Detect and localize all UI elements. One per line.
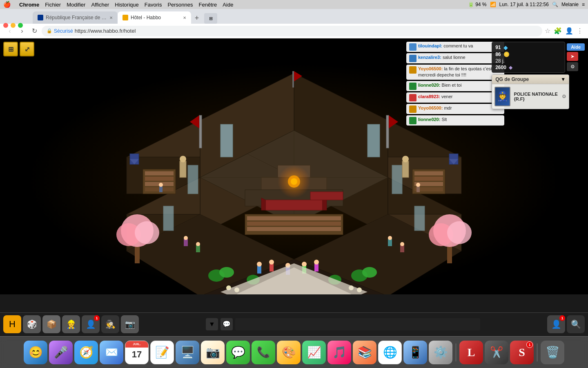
dock-sketchbook[interactable]: S 1 bbox=[510, 341, 534, 364]
svg-point-58 bbox=[196, 242, 200, 246]
tab-favicon-2 bbox=[122, 15, 128, 20]
hud-settings-button[interactable]: ⚙ bbox=[567, 62, 578, 71]
dock-messages[interactable]: 💬 bbox=[226, 341, 250, 364]
safari-icon: 🧭 bbox=[79, 346, 94, 359]
tab-close-2[interactable]: ✕ bbox=[183, 16, 186, 20]
taskbar-habbo-icon[interactable]: H bbox=[3, 315, 21, 333]
svg-point-96 bbox=[135, 221, 159, 244]
aide-button[interactable]: Aide bbox=[567, 43, 585, 51]
chat-emoji-button[interactable]: 💬 bbox=[220, 318, 233, 330]
dock-systemprefs[interactable]: ⚙️ bbox=[429, 341, 452, 364]
menu-aide[interactable]: Aide bbox=[223, 2, 233, 8]
dock-mail[interactable]: ✉️ bbox=[100, 341, 123, 364]
profile-button[interactable]: 👤 bbox=[565, 27, 573, 35]
svg-point-52 bbox=[302, 262, 307, 267]
menu-personnes[interactable]: Personnes bbox=[167, 2, 193, 8]
camera-icon: 📷 bbox=[125, 319, 135, 329]
menu-favoris[interactable]: Favoris bbox=[145, 2, 162, 8]
dock-music[interactable]: 🎵 bbox=[327, 341, 351, 364]
menu-afficher[interactable]: Afficher bbox=[91, 2, 109, 8]
reload-button[interactable]: ↻ bbox=[29, 27, 39, 35]
dock-canva[interactable]: 🎨 bbox=[277, 341, 301, 364]
chat-emoji-icon: 💬 bbox=[223, 320, 231, 328]
chat-input[interactable] bbox=[235, 318, 480, 330]
hud-buttons: Aide ➤ ⚙ bbox=[567, 43, 585, 71]
close-button[interactable] bbox=[3, 23, 8, 28]
room-toggle-button[interactable]: ⊞ bbox=[3, 42, 18, 56]
minimize-button[interactable] bbox=[11, 23, 16, 28]
dock-photos[interactable]: 📷 bbox=[201, 341, 225, 364]
calendar-month: JUIL. bbox=[133, 342, 141, 346]
taskbar-profile-icon[interactable]: 👤 1 bbox=[82, 315, 100, 333]
maximize-button[interactable] bbox=[18, 23, 23, 28]
address-right: ☆ 🧩 👤 ⋮ bbox=[545, 27, 583, 35]
datetime: Lun. 17 juil. à 11:22:56 bbox=[499, 2, 549, 7]
taskbar-game1-icon[interactable]: 🎲 bbox=[23, 315, 41, 333]
svg-point-92 bbox=[402, 156, 409, 162]
game-area: tilouindapl: comment tu va kenzalire3: s… bbox=[0, 38, 588, 294]
detective-icon: 🕵️ bbox=[105, 319, 116, 329]
dock-finder[interactable]: 😊 bbox=[24, 341, 47, 364]
music-icon: 🎵 bbox=[332, 346, 347, 359]
tab-republique[interactable]: République Française de Hab... ✕ bbox=[33, 11, 118, 24]
numbers-icon: 📈 bbox=[307, 346, 321, 359]
pixels-value: 2600 bbox=[495, 65, 506, 70]
group-settings-icon[interactable]: ⚙ bbox=[562, 94, 566, 99]
taskbar-game2-icon[interactable]: 📦 bbox=[42, 315, 60, 333]
menu-historique[interactable]: Historique bbox=[115, 2, 139, 8]
taskbar-detective-icon[interactable]: 🕵️ bbox=[101, 315, 119, 333]
dock-chrome[interactable]: 🌐 bbox=[378, 341, 402, 364]
taskbar-search-icon[interactable]: 🔍 bbox=[567, 315, 585, 333]
taskbar-game3-icon[interactable]: 👷 bbox=[62, 315, 80, 333]
search-icon[interactable]: 🔍 bbox=[552, 2, 558, 7]
address-box[interactable]: 🔒 Sécurisé https://www.habbo.fr/hotel bbox=[42, 26, 542, 36]
menu-modifier[interactable]: Modifier bbox=[67, 2, 85, 8]
dock-siri[interactable]: 🎤 bbox=[49, 341, 73, 364]
menu-fichier[interactable]: Fichier bbox=[45, 2, 61, 8]
bookmark-button[interactable]: ☆ bbox=[545, 27, 550, 35]
system-menu-icon[interactable]: ≡ bbox=[582, 2, 585, 7]
search-taskbar-icon: 🔍 bbox=[571, 319, 581, 329]
chat-message-3: Yoyo06500: la fin de tes quotas c'est me… bbox=[406, 65, 504, 80]
dock-trash[interactable]: 🗑️ bbox=[541, 341, 564, 364]
hud-nav-button[interactable]: ➤ bbox=[567, 52, 578, 61]
dock-tools[interactable]: ✂️ bbox=[485, 341, 508, 364]
tab-search-button[interactable]: ⊞ bbox=[204, 13, 217, 24]
taskbar-right: 👤 1 🔍 bbox=[547, 315, 585, 333]
menu-fenetre[interactable]: Fenêtre bbox=[199, 2, 217, 8]
taskbar-camera-icon[interactable]: 📷 bbox=[121, 315, 139, 333]
game2-icon: 📦 bbox=[47, 319, 57, 329]
more-button[interactable]: ⋮ bbox=[577, 27, 583, 35]
svg-rect-91 bbox=[402, 161, 409, 177]
calendar-date: 17 bbox=[132, 349, 142, 360]
habbo-game[interactable]: tilouindapl: comment tu va kenzalire3: s… bbox=[0, 38, 588, 294]
chat-avatar-4 bbox=[409, 83, 416, 90]
svg-rect-71 bbox=[292, 71, 294, 88]
extension-button[interactable]: 🧩 bbox=[554, 27, 562, 35]
chat-toggle-button[interactable]: ▼ bbox=[206, 318, 218, 330]
tab-close-1[interactable]: ✕ bbox=[109, 16, 113, 20]
dock-appstore[interactable]: 📱 bbox=[403, 341, 427, 364]
room-fullscreen-button[interactable]: ⤢ bbox=[20, 42, 34, 56]
diamond-icon: ◆ bbox=[503, 44, 508, 51]
apple-menu[interactable]: 🍎 bbox=[3, 1, 11, 8]
new-tab-button[interactable]: + bbox=[191, 12, 203, 24]
dock-safari[interactable]: 🧭 bbox=[74, 341, 98, 364]
siri-icon: 🎤 bbox=[54, 346, 68, 359]
dock-launchpad[interactable]: L bbox=[459, 341, 483, 364]
svg-marker-44 bbox=[310, 192, 343, 200]
taskbar-user-right-icon[interactable]: 👤 1 bbox=[547, 315, 565, 333]
dock-reminders[interactable]: 📝 bbox=[150, 341, 174, 364]
hud-stats: 91 ◆ 86 🪙 28 j. 2600 ◆ bbox=[492, 42, 565, 73]
dock-facetime[interactable]: 📞 bbox=[252, 341, 275, 364]
dock-numbers[interactable]: 📈 bbox=[302, 341, 326, 364]
dock-books[interactable]: 📚 bbox=[353, 341, 376, 364]
dock-keynote[interactable]: 🖥️ bbox=[176, 341, 199, 364]
menu-chrome[interactable]: Chrome bbox=[19, 2, 39, 8]
dock-calendar[interactable]: JUIL. 17 bbox=[125, 341, 149, 364]
group-dropdown-icon[interactable]: ▼ bbox=[561, 76, 566, 82]
profile-badge: 1 bbox=[94, 315, 100, 321]
user-name: Melanie bbox=[561, 2, 579, 7]
tab-habbo[interactable]: Hôtel - Habbo ✕ bbox=[118, 11, 191, 24]
chat-text-5: clara8923: vener bbox=[418, 94, 452, 100]
